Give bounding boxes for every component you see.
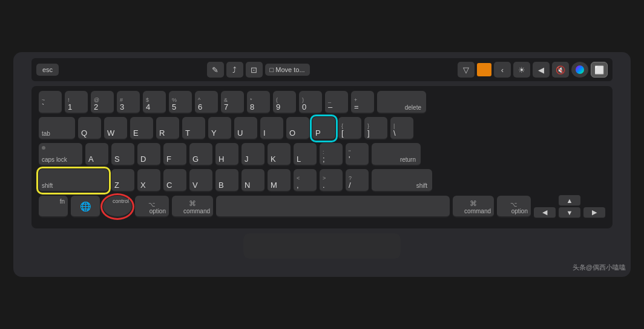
touch-bar: esc ✎ ⤴ ⊡ □ Move to... ▽ ‹ ☀ ◀ 🔇 ⬜ bbox=[31, 58, 613, 81]
key-spacebar[interactable] bbox=[216, 196, 450, 218]
key-2[interactable]: @2 bbox=[91, 91, 114, 114]
key-c[interactable]: C bbox=[163, 169, 186, 192]
key-b[interactable]: B bbox=[215, 169, 238, 192]
laptop-wrapper: esc ✎ ⤴ ⊡ □ Move to... ▽ ‹ ☀ ◀ 🔇 ⬜ ~` !1… bbox=[13, 52, 631, 277]
key-shift-right[interactable]: shift bbox=[372, 169, 432, 192]
key-p[interactable]: P bbox=[312, 117, 335, 140]
key-o[interactable]: O bbox=[286, 117, 309, 140]
key-m[interactable]: M bbox=[268, 169, 291, 192]
key-l[interactable]: L bbox=[294, 143, 317, 166]
key-arrow-left[interactable]: ◀ bbox=[534, 207, 556, 218]
key-7[interactable]: &7 bbox=[221, 91, 244, 114]
key-5[interactable]: %5 bbox=[169, 91, 192, 114]
key-command-left[interactable]: ⌘ command bbox=[172, 196, 213, 218]
tb-filter-icon[interactable]: ▽ bbox=[458, 62, 475, 78]
arrow-cluster: ▲ ◀ ▼ ▶ bbox=[534, 195, 605, 218]
key-g[interactable]: G bbox=[189, 143, 212, 166]
tb-back-icon[interactable]: ‹ bbox=[494, 62, 511, 78]
key-u[interactable]: U bbox=[234, 117, 257, 140]
tb-touchid-icon[interactable]: ⬜ bbox=[591, 62, 608, 78]
tb-esc-key[interactable]: esc bbox=[36, 64, 59, 76]
key-k[interactable]: K bbox=[268, 143, 291, 166]
key-e[interactable]: E bbox=[130, 117, 153, 140]
key-arrow-up[interactable]: ▲ bbox=[559, 195, 580, 206]
key-0[interactable]: )0 bbox=[299, 91, 322, 114]
tb-moveto-key[interactable]: □ Move to... bbox=[265, 64, 310, 76]
key-semicolon[interactable]: :; bbox=[320, 143, 343, 166]
tb-brightness-icon[interactable]: ☀ bbox=[513, 62, 530, 78]
key-option-right[interactable]: ⌥ option bbox=[497, 196, 531, 218]
key-x[interactable]: X bbox=[137, 169, 160, 192]
key-delete[interactable]: delete bbox=[377, 91, 426, 114]
keyboard: ~` !1 @2 #3 $4 %5 ^6 &7 *8 (9 )0 _– += d… bbox=[31, 86, 613, 228]
key-w[interactable]: W bbox=[104, 117, 127, 140]
zxcv-row: shift Z X C V B N M <, >. ?/ shift bbox=[39, 169, 605, 192]
number-row: ~` !1 @2 #3 $4 %5 ^6 &7 *8 (9 )0 _– += d… bbox=[39, 91, 605, 114]
tb-edit-icon[interactable]: ✎ bbox=[207, 62, 224, 78]
watermark: 头条@偶西小嗑嗑 bbox=[573, 263, 626, 272]
key-option-left[interactable]: ⌥ option bbox=[135, 196, 169, 218]
touchpad[interactable] bbox=[243, 233, 401, 259]
key-tab[interactable]: tab bbox=[39, 117, 75, 140]
key-v[interactable]: V bbox=[189, 169, 212, 192]
asdf-row: caps lock A S D F G H J K L :; "' return bbox=[39, 143, 605, 166]
key-4[interactable]: $4 bbox=[143, 91, 166, 114]
key-h[interactable]: H bbox=[215, 143, 238, 166]
key-i[interactable]: I bbox=[260, 117, 283, 140]
key-comma[interactable]: <, bbox=[294, 169, 317, 192]
key-bracket-right[interactable]: }] bbox=[364, 117, 387, 140]
key-1[interactable]: !1 bbox=[65, 91, 88, 114]
key-fn[interactable]: fn bbox=[39, 196, 68, 218]
key-quote[interactable]: "' bbox=[346, 143, 369, 166]
key-grave[interactable]: ~` bbox=[39, 91, 62, 114]
key-n[interactable]: N bbox=[242, 169, 264, 192]
key-6[interactable]: ^6 bbox=[195, 91, 218, 114]
key-command-right[interactable]: ⌘ command bbox=[453, 196, 494, 218]
key-control[interactable]: control bbox=[103, 196, 132, 218]
key-a[interactable]: A bbox=[85, 143, 108, 166]
key-y[interactable]: Y bbox=[208, 117, 231, 140]
key-arrow-right[interactable]: ▶ bbox=[583, 207, 605, 218]
key-return[interactable]: return bbox=[372, 143, 421, 166]
key-backslash[interactable]: |\ bbox=[390, 117, 413, 140]
key-r[interactable]: R bbox=[156, 117, 179, 140]
key-t[interactable]: T bbox=[182, 117, 205, 140]
tb-volume-icon[interactable]: ◀ bbox=[533, 62, 550, 78]
key-slash[interactable]: ?/ bbox=[346, 169, 369, 192]
qwerty-row: tab Q W E R T Y U I O P {[ }] |\ bbox=[39, 117, 605, 140]
key-f[interactable]: F bbox=[163, 143, 186, 166]
tb-siri-icon[interactable] bbox=[571, 62, 588, 78]
key-shift-left[interactable]: shift bbox=[39, 169, 108, 192]
key-3[interactable]: #3 bbox=[117, 91, 140, 114]
key-bracket-left[interactable]: {[ bbox=[338, 117, 361, 140]
key-9[interactable]: (9 bbox=[273, 91, 296, 114]
key-period[interactable]: >. bbox=[320, 169, 343, 192]
key-d[interactable]: D bbox=[137, 143, 160, 166]
key-equals[interactable]: += bbox=[351, 91, 374, 114]
key-minus[interactable]: _– bbox=[325, 91, 348, 114]
key-8[interactable]: *8 bbox=[247, 91, 270, 114]
key-q[interactable]: Q bbox=[78, 117, 101, 140]
bottom-row: fn 🌐 control ⌥ option ⌘ command bbox=[39, 195, 605, 218]
tb-mute-icon[interactable]: 🔇 bbox=[552, 62, 569, 78]
key-capslock[interactable]: caps lock bbox=[39, 143, 82, 166]
tb-moveto-label: □ Move to... bbox=[270, 66, 305, 73]
tb-trash-icon[interactable]: ⊡ bbox=[246, 62, 263, 78]
key-s[interactable]: S bbox=[111, 143, 134, 166]
key-j[interactable]: J bbox=[242, 143, 264, 166]
key-z[interactable]: Z bbox=[111, 169, 134, 192]
key-globe[interactable]: 🌐 bbox=[71, 196, 100, 218]
tb-flag-icon[interactable] bbox=[477, 63, 491, 76]
tb-share-icon[interactable]: ⤴ bbox=[226, 62, 243, 78]
key-arrow-down[interactable]: ▼ bbox=[559, 207, 580, 218]
